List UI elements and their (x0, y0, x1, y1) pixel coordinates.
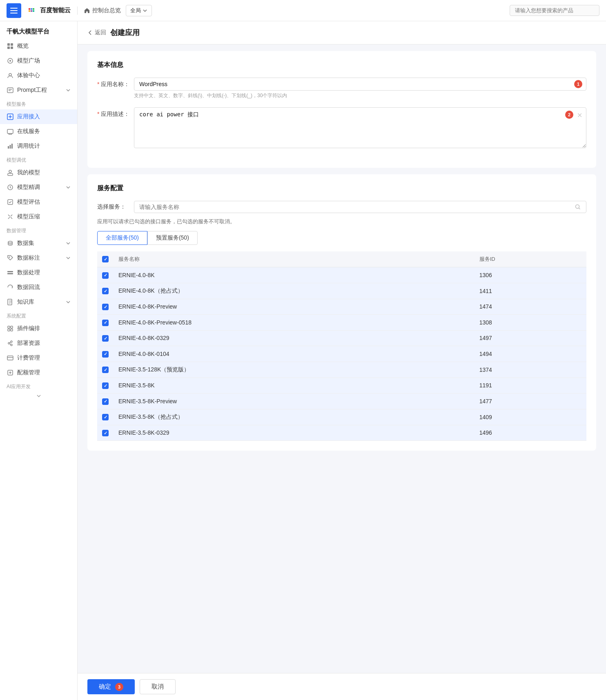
row-checkbox[interactable]: ✓ (102, 351, 109, 358)
th-checkbox: ✓ (97, 251, 114, 267)
sidebar-item-online-service[interactable]: 在线服务 (0, 124, 77, 139)
prompt-icon (7, 87, 14, 94)
hamburger-button[interactable] (7, 3, 21, 18)
chevron-down-icon (66, 185, 71, 190)
sidebar-item-experience[interactable]: 体验中心 (0, 68, 77, 83)
page-title: 创建应用 (110, 28, 140, 38)
cell-checkbox: ✓ (97, 393, 114, 409)
row-checkbox[interactable]: ✓ (102, 382, 109, 389)
service-search-input[interactable] (139, 204, 575, 210)
chevron-down-icon (143, 8, 147, 13)
row-checkbox[interactable]: ✓ (102, 335, 109, 342)
sidebar-item-plugin-editor[interactable]: 插件编排 (0, 321, 77, 336)
service-search-row: 选择服务： (97, 201, 586, 213)
sidebar-item-data-process[interactable]: 数据处理 (0, 265, 77, 280)
table-row: ✓ ERNIE-4.0-8K-Preview 1474 (97, 299, 586, 315)
store-icon (7, 57, 14, 64)
section-ai-dev: AI应用开发 (0, 380, 77, 392)
tab-all-services[interactable]: 全部服务(50) (97, 231, 147, 245)
sidebar-item-deploy-resource[interactable]: 部署资源 (0, 336, 77, 351)
header-checkbox[interactable]: ✓ (102, 256, 109, 262)
cell-service-name: ERNIE-3.5-8K（抢占式） (114, 409, 475, 425)
grid-icon (7, 42, 14, 50)
global-search-input[interactable] (510, 5, 599, 16)
sidebar-item-data-backflow[interactable]: 数据回流 (0, 280, 77, 295)
cell-checkbox: ✓ (97, 315, 114, 331)
sidebar-item-model-compress[interactable]: 模型压缩 (0, 209, 77, 224)
tab-preset-services[interactable]: 预置服务(50) (147, 231, 198, 245)
label-icon (7, 254, 14, 262)
cell-service-id: 1191 (475, 378, 586, 393)
sidebar-item-label: 我的模型 (17, 169, 40, 176)
search-icon[interactable] (575, 204, 581, 210)
sidebar-item-overview[interactable]: 概览 (0, 39, 77, 53)
sidebar-item-app-access[interactable]: 应用接入 (0, 109, 77, 124)
top-nav: 百度智能云 控制台总览 全局 (0, 0, 606, 21)
svg-point-28 (11, 341, 12, 342)
sidebar-item-label: 配额管理 (17, 369, 40, 376)
main-layout: 千帆大模型平台 概览 模型广场 体验中心 Prom (0, 21, 606, 700)
sidebar-item-knowledge-base[interactable]: 知识库 (0, 295, 77, 309)
sidebar-item-model-finetune[interactable]: 模型精调 (0, 180, 77, 195)
cell-service-name: ERNIE-3.5-128K（预览版） (114, 362, 475, 378)
row-checkbox[interactable]: ✓ (102, 288, 109, 294)
eval-icon (7, 198, 14, 206)
logo-icon (26, 5, 38, 16)
cell-checkbox: ✓ (97, 267, 114, 283)
clear-textarea-icon[interactable]: ✕ (577, 111, 582, 119)
control-panel-link[interactable]: 控制台总览 (84, 7, 121, 14)
row-checkbox[interactable]: ✓ (102, 398, 109, 405)
back-button[interactable]: 返回 (87, 29, 106, 36)
row-checkbox[interactable]: ✓ (102, 367, 109, 373)
sidebar-item-dataset[interactable]: 数据集 (0, 236, 77, 251)
svg-point-18 (8, 241, 12, 243)
app-desc-control: core ai power 接口 2 ✕ (134, 107, 586, 150)
quota-icon (7, 369, 14, 376)
cell-service-name: ERNIE-4.0-8K（抢占式） (114, 283, 475, 299)
step-badge-2: 2 (565, 111, 573, 119)
table-row: ✓ ERNIE-4.0-8K-0329 1497 (97, 330, 586, 346)
cell-service-id: 1497 (475, 330, 586, 346)
app-desc-textarea[interactable]: core ai power 接口 (134, 107, 586, 148)
svg-rect-30 (7, 356, 13, 360)
bottom-bar: 确定 3 取消 (78, 673, 606, 700)
table-row: ✓ ERNIE-3.5-8K（抢占式） 1409 (97, 409, 586, 425)
sidebar-item-call-stats[interactable]: 调用统计 (0, 139, 77, 153)
row-checkbox[interactable]: ✓ (102, 304, 109, 310)
sidebar-scroll-down[interactable] (0, 392, 77, 400)
compress-icon (7, 213, 14, 220)
row-checkbox[interactable]: ✓ (102, 320, 109, 326)
stats-icon (7, 142, 14, 150)
cell-service-id: 1409 (475, 409, 586, 425)
svg-rect-24 (11, 326, 13, 328)
app-name-control: 1 支持中文、英文、数字、斜线(\)、中划线(-)、下划线(_)，30个字符以内 (134, 78, 586, 99)
sidebar-item-model-eval[interactable]: 模型评估 (0, 195, 77, 209)
sidebar-item-model-market[interactable]: 模型广场 (0, 53, 77, 68)
deploy-icon (7, 340, 14, 347)
row-checkbox[interactable]: ✓ (102, 272, 109, 279)
basic-info-title: 基本信息 (97, 61, 586, 69)
sidebar-item-my-model[interactable]: 我的模型 (0, 165, 77, 180)
app-name-input[interactable] (134, 78, 586, 91)
scope-selector[interactable]: 全局 (126, 5, 152, 16)
cancel-button[interactable]: 取消 (140, 679, 176, 694)
chevron-down-icon (66, 88, 71, 93)
confirm-button[interactable]: 确定 3 (87, 679, 135, 694)
sidebar-item-data-label[interactable]: 数据标注 (0, 251, 77, 265)
sidebar-item-billing[interactable]: 计费管理 (0, 351, 77, 365)
service-config-card: 服务配置 选择服务： 应用可以请求已勾选的接口服务，已勾选的服务不可取消。 全部… (87, 174, 596, 451)
logo-area: 百度智能云 (26, 5, 71, 16)
app-desc-row: 应用描述： core ai power 接口 2 ✕ (97, 107, 586, 150)
sidebar-item-quota[interactable]: 配额管理 (0, 365, 77, 380)
svg-rect-12 (10, 145, 11, 149)
row-checkbox[interactable]: ✓ (102, 414, 109, 420)
service-config-title: 服务配置 (97, 184, 586, 193)
row-checkbox[interactable]: ✓ (102, 430, 109, 436)
cell-service-id: 1374 (475, 362, 586, 378)
sidebar-item-label: 知识库 (17, 298, 34, 306)
home-icon (84, 8, 90, 13)
sidebar-item-label: 模型评估 (17, 198, 40, 206)
sidebar-item-prompt-engineering[interactable]: Prompt工程 (0, 83, 77, 98)
online-icon (7, 128, 14, 135)
logo-text: 百度智能云 (40, 7, 71, 14)
